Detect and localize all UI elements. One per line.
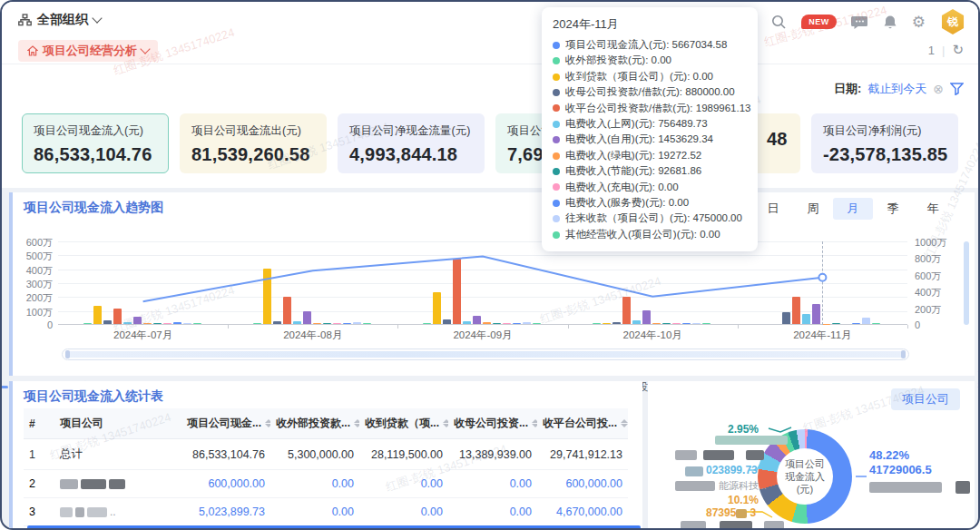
table-row-1[interactable]: 1总计86,533,104.765,300,000.0028,119,500.0… [24, 439, 628, 470]
bar-收母公司投资款/借款(元)[interactable] [782, 312, 790, 324]
period-tab-年[interactable]: 年 [913, 198, 953, 220]
date-filter[interactable]: 日期: 截止到今天 ⊗ [834, 81, 964, 97]
new-badge[interactable]: NEW [801, 15, 837, 29]
kpi-card-net-profit[interactable]: 项目公司净利润(元) -23,578,135.85 [811, 113, 958, 173]
bar-电费收入(充电)(元)[interactable] [672, 323, 681, 324]
bar-电费收入(自用)(元)[interactable] [133, 317, 142, 324]
clear-filter-icon[interactable]: ⊗ [933, 82, 944, 96]
bar-电费收入(上网)(元)[interactable] [632, 320, 641, 324]
bar-电费收入(节能)(元)[interactable] [662, 323, 671, 324]
bar-收平台公司投资款/借款(元)[interactable] [453, 259, 461, 324]
bar-收平台公司投资款/借款(元)[interactable] [792, 297, 800, 324]
bar-电费收入(上网)(元)[interactable] [123, 322, 132, 324]
filter-funnel-icon[interactable] [950, 83, 964, 95]
datazoom-range[interactable] [66, 351, 905, 358]
bar-收平台公司投资款/借款(元)[interactable] [283, 297, 291, 324]
trend-chart-plot[interactable]: 600万500万400万300万200万100万01000万800万600万40… [58, 241, 907, 325]
bar-往来收款（项目公司）(元)[interactable] [183, 323, 191, 324]
sort-icon[interactable] [532, 419, 537, 427]
bell-icon[interactable] [883, 15, 897, 30]
bar-电费收入(上网)(元)[interactable] [293, 321, 301, 324]
bar-收到贷款（项目公司）(元)[interactable] [263, 269, 271, 324]
datazoom-right-handle[interactable] [901, 350, 906, 358]
bar-电费收入(服务费)(元)[interactable] [682, 323, 691, 324]
series-dot [553, 215, 560, 222]
bar-其他经营收入(项目公司)(元)[interactable] [872, 323, 880, 324]
bar-电费收入(服务费)(元)[interactable] [343, 323, 351, 324]
bar-其他经营收入(项目公司)(元)[interactable] [533, 323, 541, 324]
table-row-3[interactable]: 3..5,023,899.730.000.000.004,670,000.00 [24, 498, 628, 526]
bar-电费收入(自用)(元)[interactable] [473, 316, 481, 324]
sort-icon[interactable] [621, 419, 628, 427]
refresh-icon[interactable]: ↻ [952, 42, 964, 58]
column-header-4[interactable]: 收到贷款（项... [359, 408, 448, 439]
project-company-tag[interactable]: 项目公司 [891, 388, 960, 410]
bar-电费收入(服务费)(元)[interactable] [173, 322, 181, 324]
bar-收平台公司投资款/借款(元)[interactable] [113, 309, 122, 324]
bar-电费收入(自用)(元)[interactable] [642, 310, 651, 324]
bar-收母公司投资款/借款(元)[interactable] [103, 320, 112, 324]
bar-电费收入(节能)(元)[interactable] [832, 323, 840, 324]
bar-其他经营收入(项目公司)(元)[interactable] [702, 323, 710, 324]
bar-电费收入(绿电)(元)[interactable] [483, 322, 491, 324]
period-tab-日[interactable]: 日 [753, 198, 793, 220]
bar-收外部投资款(元)[interactable] [593, 323, 601, 324]
bar-收到贷款（项目公司）(元)[interactable] [603, 323, 611, 324]
message-icon[interactable] [851, 15, 868, 30]
bar-电费收入(自用)(元)[interactable] [812, 304, 820, 324]
column-header-5[interactable]: 收母公司投资... [448, 408, 537, 439]
bar-电费收入(节能)(元)[interactable] [323, 323, 331, 324]
bar-电费收入(充电)(元)[interactable] [333, 323, 341, 324]
date-filter-value[interactable]: 截止到今天 [867, 81, 926, 97]
period-tab-周[interactable]: 周 [793, 198, 833, 220]
datazoom-left-handle[interactable] [65, 350, 70, 358]
bar-电费收入(充电)(元)[interactable] [503, 323, 511, 324]
bar-电费收入(服务费)(元)[interactable] [513, 323, 521, 324]
bar-收母公司投资款/借款(元)[interactable] [612, 322, 621, 324]
bar-收平台公司投资款/借款(元)[interactable] [622, 297, 631, 324]
sort-icon[interactable] [443, 419, 448, 427]
table-row-2[interactable]: 2600,000.000.000.000.00600,000.00 [24, 470, 628, 498]
bar-电费收入(绿电)(元)[interactable] [313, 323, 321, 324]
column-header-3[interactable]: 收外部投资款... [270, 408, 359, 439]
tab-project-company-analysis[interactable]: 项目公司经营分析 [18, 40, 158, 62]
bar-电费收入(充电)(元)[interactable] [163, 323, 172, 324]
bar-往来收款（项目公司）(元)[interactable] [862, 318, 870, 324]
bar-往来收款（项目公司）(元)[interactable] [523, 322, 531, 324]
bar-电费收入(上网)(元)[interactable] [802, 314, 810, 324]
datazoom-slider[interactable] [62, 348, 909, 360]
bar-收母公司投资款/借款(元)[interactable] [273, 321, 281, 324]
bar-电费收入(绿电)(元)[interactable] [652, 323, 661, 324]
search-icon[interactable] [771, 15, 787, 30]
bar-收到贷款（项目公司）(元)[interactable] [433, 292, 441, 324]
org-switcher[interactable]: 全部组织 [18, 12, 101, 28]
bar-收母公司投资款/借款(元)[interactable] [443, 319, 451, 324]
kpi-card-cash-inflow[interactable]: 项目公司现金流入(元) 86,533,104.76 [22, 113, 169, 173]
kpi-card-net-cash-flow[interactable]: 项目公司净现金流量(元) 4,993,844.18 [338, 113, 485, 173]
horizontal-scrollbar[interactable] [27, 525, 641, 529]
column-header-2[interactable]: 项目公司现金... [181, 408, 270, 439]
bar-收到贷款（项目公司）(元)[interactable] [93, 306, 102, 324]
bar-电费收入(绿电)(元)[interactable] [143, 323, 152, 324]
kpi-card-cash-outflow[interactable]: 项目公司现金流出(元) 81,539,260.58 [180, 113, 327, 173]
period-tab-月[interactable]: 月 [833, 198, 873, 220]
vertical-scrollbar[interactable] [964, 241, 969, 325]
bar-往来收款（项目公司）(元)[interactable] [353, 322, 361, 324]
bar-电费收入(自用)(元)[interactable] [303, 311, 311, 324]
bar-其他经营收入(项目公司)(元)[interactable] [363, 323, 371, 324]
avatar[interactable]: 锐 [940, 9, 965, 34]
bar-其他经营收入(项目公司)(元)[interactable] [193, 323, 201, 324]
bar-往来收款（项目公司）(元)[interactable] [692, 323, 701, 324]
bar-电费收入(上网)(元)[interactable] [463, 321, 471, 324]
bar-收外部投资款(元)[interactable] [423, 323, 431, 324]
bar-电费收入(节能)(元)[interactable] [493, 323, 501, 324]
bar-收外部投资款(元)[interactable] [253, 323, 261, 324]
gear-icon[interactable]: ⚙ [912, 15, 926, 30]
bar-电费收入(服务费)(元)[interactable] [852, 323, 860, 324]
column-header-6[interactable]: 收平台公司投... [537, 408, 628, 439]
sort-icon[interactable] [265, 419, 270, 427]
bar-收外部投资款(元)[interactable] [83, 323, 92, 324]
period-tab-季[interactable]: 季 [873, 198, 913, 220]
bar-电费收入(节能)(元)[interactable] [153, 323, 162, 324]
sort-icon[interactable] [354, 419, 359, 427]
